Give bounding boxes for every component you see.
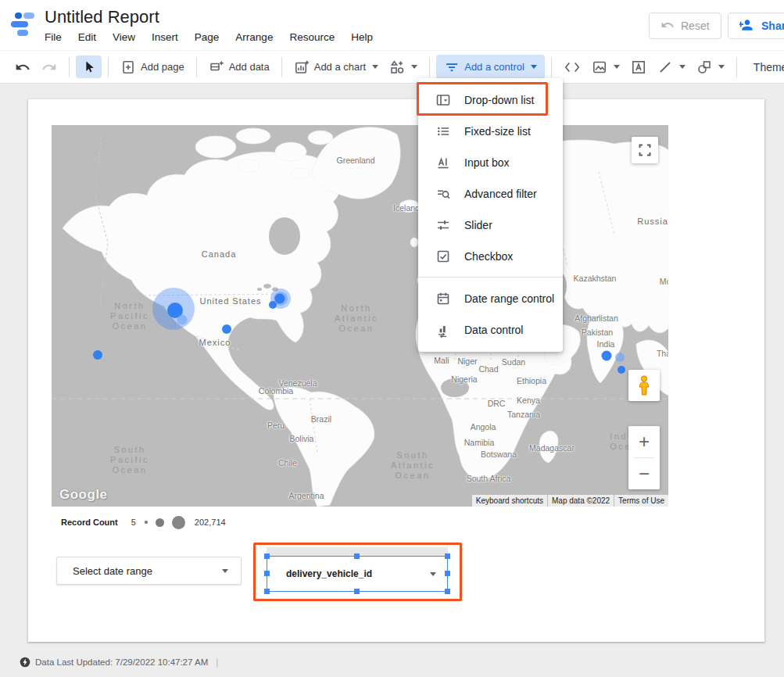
reset-label: Reset <box>681 20 710 32</box>
share-button[interactable]: Share <box>728 13 784 39</box>
date-range-control[interactable]: Select date range <box>56 557 242 585</box>
google-logo: Google <box>59 487 108 503</box>
undo-button[interactable] <box>9 56 36 79</box>
filter-list-icon <box>444 59 460 75</box>
menu-item-label: Advanced filter <box>464 188 537 200</box>
image-button[interactable] <box>586 56 625 79</box>
menu-arrange[interactable]: Arrange <box>235 31 273 43</box>
map-bubble[interactable] <box>275 294 285 304</box>
toolbar-separator <box>551 57 552 77</box>
add-data-icon <box>209 59 224 75</box>
community-visualizations-button[interactable] <box>384 56 423 79</box>
add-data-label: Add data <box>229 61 270 73</box>
map-bubble[interactable] <box>618 366 625 374</box>
terms-of-use-link[interactable]: Terms of Use <box>614 495 668 507</box>
app-header: Untitled Report FileEditViewInsertPageAr… <box>0 0 784 50</box>
selection-handle[interactable] <box>264 553 270 559</box>
date-range-label: Select date range <box>73 565 152 577</box>
chevron-down-icon <box>614 65 620 69</box>
map-bubble[interactable] <box>93 350 102 360</box>
map-bubble[interactable] <box>269 301 277 309</box>
geo-bubble-map-chart[interactable]: North Pacific OceanNorth Atlantic OceanS… <box>52 125 668 507</box>
person-add-icon <box>739 17 755 35</box>
selection-handle[interactable] <box>445 571 450 576</box>
toolbar: Add page Add data Add a chart Add a cont… <box>0 50 784 84</box>
legend-dot-small <box>145 521 148 524</box>
map-bubble[interactable] <box>222 324 231 334</box>
chevron-down-icon <box>718 65 725 69</box>
add-page-button[interactable]: Add page <box>115 56 190 79</box>
menu-item-data-control[interactable]: Data control <box>418 314 563 346</box>
menu-item-label: Checkbox <box>464 250 513 263</box>
theme-and-layout-button[interactable]: Theme and layout <box>748 57 784 77</box>
menu-resource[interactable]: Resource <box>289 31 335 43</box>
menu-item-drop-down-list[interactable]: Drop-down list <box>418 84 563 116</box>
add-chart-label: Add a chart <box>314 61 367 73</box>
selection-handle[interactable] <box>354 553 360 559</box>
menu-item-fixed-size-list[interactable]: Fixed-size list <box>418 116 563 147</box>
shape-button[interactable] <box>691 56 730 79</box>
menu-item-input-box[interactable]: Input box <box>418 147 563 178</box>
map-bubble[interactable] <box>615 353 625 362</box>
menu-file[interactable]: File <box>45 31 62 43</box>
chevron-down-icon <box>411 65 417 69</box>
theme-layout-label: Theme and layout <box>754 61 784 73</box>
zoom-in-button[interactable]: + <box>628 426 660 457</box>
text-button[interactable] <box>625 56 652 79</box>
add-control-button[interactable]: Add a control <box>436 55 545 80</box>
data-studio-logo-icon[interactable] <box>11 13 34 36</box>
menu-item-label: Fixed-size list <box>464 125 531 138</box>
menu-item-label: Slider <box>464 219 492 231</box>
legend-min-value: 5 <box>131 518 136 527</box>
map-bubble[interactable] <box>177 315 188 325</box>
map-data-label: Map data ©2022 <box>548 495 614 507</box>
map-attribution: Keyboard shortcuts Map data ©2022 Terms … <box>472 495 668 507</box>
pegman-icon <box>635 375 653 396</box>
menu-item-slider[interactable]: Slider <box>418 210 563 241</box>
fullscreen-button[interactable] <box>632 137 658 163</box>
add-data-button[interactable]: Add data <box>203 56 275 79</box>
bubble-size-legend: Record Count 5 202,714 <box>61 515 226 529</box>
selection-handle[interactable] <box>445 553 450 559</box>
redo-button[interactable] <box>36 56 63 79</box>
selection-handle[interactable] <box>445 589 450 594</box>
vehicle-dropdown-label: delivery_vehicle_id <box>286 568 372 579</box>
data-last-updated-text: Data Last Updated: 7/29/2022 10:47:27 AM <box>35 657 208 667</box>
reset-button[interactable]: Reset <box>649 13 721 39</box>
selection-handle[interactable] <box>264 589 270 594</box>
menu-edit[interactable]: Edit <box>78 31 96 43</box>
report-page[interactable]: North Pacific OceanNorth Atlantic OceanS… <box>28 99 764 642</box>
menu-item-checkbox[interactable]: Checkbox <box>418 241 563 272</box>
line-button[interactable] <box>652 56 691 79</box>
menu-view[interactable]: View <box>113 31 135 43</box>
menu-item-date-range-control[interactable]: Date range control <box>418 283 563 314</box>
input-box-icon <box>435 155 451 170</box>
zoom-out-button[interactable]: − <box>628 458 660 489</box>
embed-url-button[interactable] <box>558 56 586 79</box>
data-control-icon <box>435 322 451 338</box>
select-tool-button[interactable] <box>76 56 102 78</box>
menu-divider <box>418 277 563 278</box>
status-bar: Data Last Updated: 7/29/2022 10:47:27 AM… <box>20 657 218 668</box>
reset-undo-icon <box>660 18 675 34</box>
selection-handle[interactable] <box>354 589 360 594</box>
selection-handle[interactable] <box>264 571 270 576</box>
menu-page[interactable]: Page <box>195 31 220 43</box>
chevron-down-icon <box>531 65 537 69</box>
map-bubble[interactable] <box>602 351 612 361</box>
legend-metric-label: Record Count <box>61 518 118 527</box>
add-control-menu: Drop-down listFixed-size listInput boxAd… <box>418 78 563 352</box>
report-title[interactable]: Untitled Report <box>45 7 159 27</box>
add-chart-button[interactable]: Add a chart <box>288 56 385 79</box>
pegman-street-view-button[interactable] <box>628 370 660 401</box>
share-label: Share <box>761 20 784 32</box>
menu-insert[interactable]: Insert <box>152 31 178 43</box>
add-page-icon <box>120 59 136 75</box>
menu-help[interactable]: Help <box>351 31 373 43</box>
menu-item-label: Date range control <box>464 292 554 305</box>
menu-item-advanced-filter[interactable]: Advanced filter <box>418 178 563 210</box>
keyboard-shortcuts-link[interactable]: Keyboard shortcuts <box>472 495 547 507</box>
dropdown-list-icon <box>435 92 451 108</box>
vehicle-dropdown-control[interactable]: delivery_vehicle_id <box>267 556 448 592</box>
date-range-icon <box>435 291 451 306</box>
